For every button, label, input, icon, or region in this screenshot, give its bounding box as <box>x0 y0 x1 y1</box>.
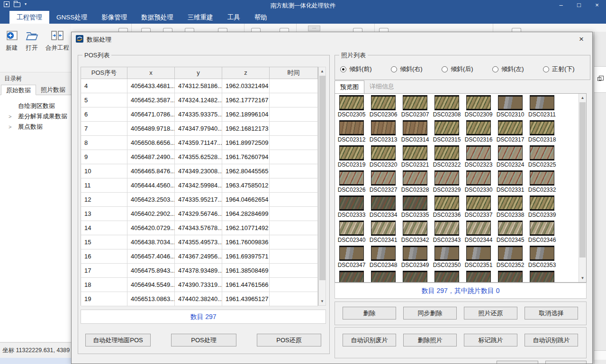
photo-thumbnail-DSC02324[interactable] <box>498 145 523 160</box>
close-button[interactable]: × <box>588 0 606 11</box>
pos-table-row[interactable]: 54056452.3587...474324.12482...1962.1777… <box>81 93 318 107</box>
radio-circle-icon[interactable] <box>340 66 346 72</box>
photo-thumbnail[interactable] <box>466 271 491 283</box>
photo-button-row2-3[interactable]: 标记跳片 <box>464 334 517 346</box>
pos-column-header[interactable]: z <box>222 67 270 79</box>
photo-thumbnail-DSC02321[interactable] <box>403 145 427 160</box>
pos-column-header[interactable]: x <box>127 67 175 79</box>
pos-button-3[interactable]: POS还原 <box>257 334 321 346</box>
dialog-footer-button-2[interactable]: 取消 <box>545 361 587 364</box>
photo-thumbnail-DSC02314[interactable] <box>403 120 427 135</box>
photo-thumbnail-DSC02327[interactable] <box>371 170 396 186</box>
radio-circle-icon[interactable] <box>391 66 397 72</box>
photo-button-row1-4[interactable]: 取消选择 <box>525 307 578 320</box>
photo-button-row2-2[interactable]: 删除照片 <box>403 334 457 346</box>
pos-table-row[interactable]: 114056444.4560...474342.59984...1963.475… <box>81 178 318 193</box>
left-panel-tab-1[interactable]: 原始数据 <box>1 85 36 95</box>
photo-thumbnail[interactable] <box>530 271 554 283</box>
photo-tab-1[interactable]: 预览图 <box>335 80 364 93</box>
photo-thumbnail-DSC02341[interactable] <box>371 221 396 236</box>
photo-thumbnail-DSC02310[interactable] <box>498 95 523 110</box>
open-project-button[interactable]: 打开 <box>25 28 39 52</box>
photo-thumbnail-DSC02348[interactable] <box>371 246 396 261</box>
photo-thumbnail-DSC02325[interactable] <box>530 145 554 160</box>
radio-circle-icon[interactable] <box>492 66 498 72</box>
pos-button-2[interactable]: POS处理 <box>171 334 236 346</box>
photo-thumbnail-DSC02349[interactable] <box>403 246 427 261</box>
pos-table[interactable]: POS序号xyz时间 44056433.4681...474312.58186.… <box>81 67 318 306</box>
dialog-close-icon[interactable]: × <box>576 34 587 44</box>
photo-thumbnail-DSC02331[interactable] <box>498 170 523 186</box>
maximize-button[interactable]: □ <box>570 0 588 11</box>
photo-thumbnail-DSC02351[interactable] <box>466 246 491 261</box>
pos-table-row[interactable]: 84056508.6656...474359.71147...1961.8997… <box>81 136 318 150</box>
menu-tab-5[interactable]: 三维重建 <box>181 11 220 24</box>
tree-item-1[interactable]: 自绘测区数据 <box>0 101 71 111</box>
scroll-down-icon[interactable]: ▼ <box>319 297 326 305</box>
radio-circle-icon[interactable] <box>442 66 448 72</box>
photo-thumbnail-DSC02312[interactable] <box>339 120 364 135</box>
ribbon-more-icon[interactable]: ⋯ <box>308 26 320 31</box>
pos-table-row[interactable]: 44056433.4681...474312.58186...1962.0332… <box>81 79 318 93</box>
photo-thumbnail-DSC02319[interactable] <box>339 145 364 160</box>
pos-table-row[interactable]: 134056402.2902...474329.56746...1964.282… <box>81 207 318 221</box>
photo-thumbnail-DSC02316[interactable] <box>466 120 491 135</box>
tree-item-2[interactable]: >差分解算成果数据 <box>0 111 71 122</box>
menu-tab-4[interactable]: 数据预处理 <box>134 11 181 24</box>
minimize-button[interactable]: – <box>552 0 570 11</box>
scroll-up-icon[interactable]: ▲ <box>319 67 326 75</box>
photo-grid-scrollbar[interactable]: ▲ ▼ <box>579 94 586 282</box>
photo-thumbnail-DSC02353[interactable] <box>530 246 554 261</box>
pos-table-row[interactable]: 104056465.8476...474349.23008...1962.804… <box>81 164 318 178</box>
scrollbar-thumb[interactable] <box>319 76 326 280</box>
left-panel-tab-2[interactable]: 照片数据 <box>36 85 70 95</box>
pos-table-scrollbar[interactable]: ▲ ▼ <box>318 67 326 306</box>
merge-project-button[interactable]: 合并工程 <box>45 28 69 52</box>
pos-table-row[interactable]: 94056487.2490...474355.62528...1961.7626… <box>81 150 318 164</box>
photo-button-row1-3[interactable]: 照片还原 <box>464 307 517 320</box>
pos-column-header[interactable]: POS序号 <box>81 67 127 79</box>
photo-thumbnail-DSC02345[interactable] <box>498 221 523 236</box>
photo-thumbnail-DSC02346[interactable] <box>530 221 554 236</box>
photo-thumbnail-DSC02347[interactable] <box>339 246 364 261</box>
radio-倾斜(左)[interactable]: 倾斜(左) <box>492 65 524 73</box>
photo-tab-2[interactable]: 详细信息 <box>364 80 399 93</box>
photo-thumbnail-DSC02338[interactable] <box>498 195 523 211</box>
photo-thumbnail-DSC02335[interactable] <box>403 195 427 211</box>
photo-thumbnail-DSC02322[interactable] <box>434 145 459 160</box>
photo-thumbnail[interactable] <box>498 271 523 283</box>
photo-thumbnail-DSC02320[interactable] <box>371 145 396 160</box>
pos-table-row[interactable]: 144056420.0729...474343.57678...1962.107… <box>81 221 318 235</box>
photo-thumbnail-DSC02306[interactable] <box>371 95 396 110</box>
photo-thumbnail-DSC02336[interactable] <box>434 195 459 211</box>
photo-thumbnail-DSC02317[interactable] <box>498 120 523 135</box>
pos-table-row[interactable]: 174056475.8943...474378.93489...1961.385… <box>81 264 318 278</box>
float-panel-icon[interactable] <box>597 77 601 81</box>
photo-thumbnail-DSC02330[interactable] <box>466 170 491 186</box>
photo-thumbnail[interactable] <box>434 271 459 283</box>
scroll-up-icon[interactable]: ▲ <box>579 94 586 102</box>
photo-thumbnail[interactable] <box>371 271 396 283</box>
photo-thumbnail-DSC02309[interactable] <box>466 95 491 110</box>
photo-thumbnail-DSC02350[interactable] <box>434 246 459 261</box>
photo-button-row1-1[interactable]: 删除 <box>343 307 396 320</box>
photo-button-row2-4[interactable]: 自动识别跳片 <box>525 334 578 346</box>
photo-thumbnail-DSC02343[interactable] <box>434 221 459 236</box>
photo-thumbnail-DSC02323[interactable] <box>466 145 491 160</box>
photo-thumbnail-DSC02332[interactable] <box>530 170 554 186</box>
photo-button-row2-1[interactable]: 自动识别废片 <box>343 334 396 346</box>
photo-thumbnail[interactable] <box>339 271 364 283</box>
photo-thumbnail-DSC02334[interactable] <box>371 195 396 211</box>
scroll-down-icon[interactable]: ▼ <box>579 274 586 282</box>
photo-thumbnail-DSC02326[interactable] <box>339 170 364 186</box>
dialog-footer-button-1[interactable]: 完成 <box>497 361 538 364</box>
photo-thumbnail-DSC02329[interactable] <box>434 170 459 186</box>
pos-table-row[interactable]: 164056457.4046...474367.24956...1961.693… <box>81 249 318 264</box>
pos-table-row[interactable]: 154056438.7034...474355.49573...1961.760… <box>81 235 318 249</box>
photo-thumbnail-DSC02328[interactable] <box>403 170 427 186</box>
photo-thumbnail-grid[interactable]: DSC02305DSC02306DSC02307DSC02308DSC02309… <box>335 93 587 283</box>
photo-thumbnail-DSC02337[interactable] <box>466 195 491 211</box>
photo-thumbnail-DSC02352[interactable] <box>498 246 523 261</box>
pos-table-row[interactable]: 64056471.0786...474335.93375...1962.1899… <box>81 107 318 122</box>
menu-tab-7[interactable]: 帮助 <box>247 11 274 24</box>
